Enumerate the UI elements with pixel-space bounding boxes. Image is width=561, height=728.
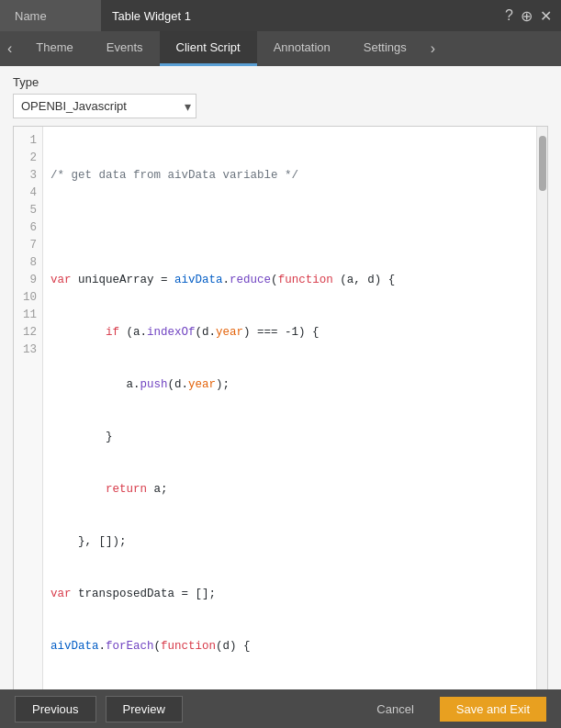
scrollbar-thumb[interactable] — [539, 136, 546, 191]
widget-title: Table Widget 1 — [101, 9, 505, 23]
tabs-bar: ‹ Theme Events Client Script Annotation … — [0, 31, 561, 66]
scrollbar[interactable] — [536, 127, 547, 689]
tab-theme[interactable]: Theme — [19, 31, 89, 66]
type-label: Type — [13, 75, 548, 89]
tab-events[interactable]: Events — [90, 31, 160, 66]
save-exit-button[interactable]: Save and Exit — [440, 697, 546, 722]
type-select[interactable]: OPENBI_Javascript Javascript Python — [13, 94, 196, 118]
tab-client-script[interactable]: Client Script — [160, 31, 257, 66]
move-icon[interactable]: ⊕ — [521, 7, 533, 25]
tab-prev-arrow[interactable]: ‹ — [0, 31, 19, 66]
tab-next-arrow[interactable]: › — [423, 31, 443, 66]
footer-preview-button[interactable]: Preview — [106, 696, 183, 722]
name-label: Name — [0, 0, 101, 31]
help-icon[interactable]: ? — [505, 7, 513, 24]
code-editor-wrapper: 1 2 3 4 5 6 7 8 9 10 11 12 13 /* get dat… — [13, 126, 548, 689]
cancel-button[interactable]: Cancel — [360, 697, 430, 722]
code-editor[interactable]: 1 2 3 4 5 6 7 8 9 10 11 12 13 /* get dat… — [14, 127, 547, 689]
code-content[interactable]: /* get data from aivData variable */ var… — [43, 127, 536, 689]
line-numbers: 1 2 3 4 5 6 7 8 9 10 11 12 13 — [14, 127, 43, 689]
main-content: Type OPENBI_Javascript Javascript Python… — [0, 66, 561, 689]
tab-annotation[interactable]: Annotation — [257, 31, 347, 66]
tab-settings[interactable]: Settings — [347, 31, 423, 66]
type-select-wrapper: OPENBI_Javascript Javascript Python ▾ — [13, 94, 196, 118]
name-text: Name — [15, 9, 47, 23]
type-section: Type OPENBI_Javascript Javascript Python… — [0, 66, 561, 126]
close-icon[interactable]: ✕ — [540, 7, 552, 25]
title-bar-icons: ? ⊕ ✕ — [505, 7, 561, 25]
previous-button[interactable]: Previous — [15, 696, 96, 722]
footer: Previous Preview Cancel Save and Exit — [0, 689, 561, 728]
title-bar: Name Table Widget 1 ? ⊕ ✕ — [0, 0, 561, 31]
